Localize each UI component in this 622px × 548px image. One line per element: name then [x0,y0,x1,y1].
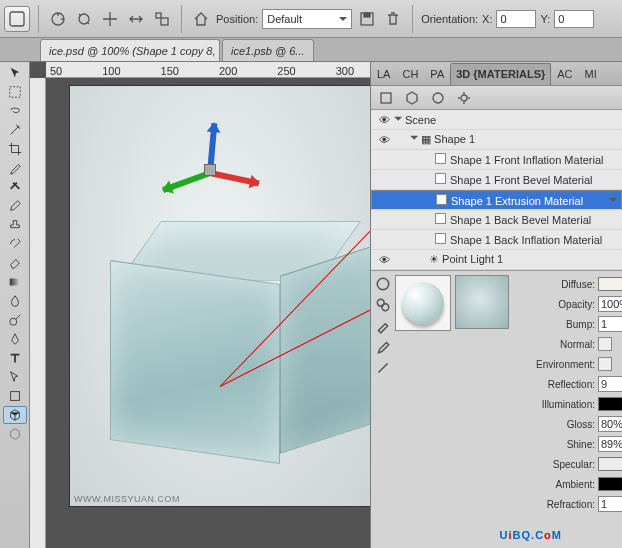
panel-tab-channels[interactable]: CH [396,63,424,85]
panel-tab-actions[interactable]: AC [551,63,578,85]
eye-icon[interactable]: 👁 [373,114,395,126]
specular-swatch[interactable] [598,457,622,471]
object-rotate-icon[interactable] [47,8,69,30]
orientation-y-field[interactable]: 0 [554,10,594,28]
shine-label: Shine: [517,439,595,450]
refraction-field[interactable]: 1 [598,496,622,512]
app-home-button[interactable] [4,6,30,32]
eye-icon[interactable]: 👁 [373,254,395,266]
gizmo-origin[interactable] [204,164,216,176]
blur-tool[interactable] [3,292,27,310]
marquee-tool[interactable] [3,83,27,101]
lasso-tool[interactable] [3,102,27,120]
home-icon[interactable] [190,8,212,30]
svg-rect-10 [9,279,20,286]
diffuse-swatch[interactable] [598,277,622,291]
svg-rect-4 [161,18,168,25]
scene-front-bevel[interactable]: Shape 1 Front Bevel Material [371,170,622,190]
eyedropper-tool[interactable] [3,159,27,177]
bump-field[interactable]: 1 [598,316,622,332]
panels: LA CH PA 3D {MATERIALS} AC MI 👁 Scene 👁 … [370,62,622,548]
panel-tab-paths[interactable]: PA [424,63,450,85]
delete-preset-icon[interactable] [382,8,404,30]
shine-field[interactable]: 89% [598,436,622,452]
save-preset-icon[interactable] [356,8,378,30]
scene-light[interactable]: 👁 ☀ Point Light 1 [371,250,622,270]
material-properties: Diffuse: Opacity:100%▸ Bump:1▸ Normal: E… [371,271,622,548]
paint-icon[interactable] [373,317,393,335]
move-tool[interactable] [3,64,27,82]
canvas[interactable]: WWW.MISSYUAN.COM [46,78,370,548]
environment-menu[interactable] [598,357,612,371]
scene-shape1[interactable]: 👁 ▦ Shape 1 [371,130,622,150]
reflection-field[interactable]: 9 [598,376,622,392]
reflection-label: Reflection: [517,379,595,390]
material-preview[interactable] [395,275,451,331]
object-pan-icon[interactable] [99,8,121,30]
position-select[interactable]: Default [262,9,352,29]
illumination-swatch[interactable] [598,397,622,411]
panel-tab-3d-materials[interactable]: 3D {MATERIALS} [450,63,551,85]
filter-scene-icon[interactable] [375,87,397,109]
gloss-field[interactable]: 80% [598,416,622,432]
object-slide-icon[interactable] [125,8,147,30]
type-tool[interactable] [3,349,27,367]
eyedrop-icon[interactable] [373,338,393,356]
ruler-vertical [30,78,46,548]
wand2-icon[interactable] [373,359,393,377]
object-scale-icon[interactable] [151,8,173,30]
scene-extrusion[interactable]: Shape 1 Extrusion Material [371,190,622,210]
ambient-swatch[interactable] [598,477,622,491]
svg-point-14 [433,93,443,103]
eraser-tool[interactable] [3,254,27,272]
heal-tool[interactable] [3,178,27,196]
svg-rect-3 [156,13,161,18]
y-label: Y: [540,13,550,25]
object-roll-icon[interactable] [73,8,95,30]
ice-cube-shape[interactable] [110,226,350,456]
brush-tool[interactable] [3,197,27,215]
stamp-tool[interactable] [3,216,27,234]
crop-tool[interactable] [3,140,27,158]
sphere-icon[interactable] [373,275,393,293]
filter-light-icon[interactable] [453,87,475,109]
panel-tab-layers[interactable]: LA [371,63,396,85]
prop-icons [373,275,393,544]
filter-mesh-icon[interactable] [401,87,423,109]
ruler-horizontal: 50100150200250300350400450500 [46,62,370,78]
panel-tab-mini[interactable]: MI [579,63,603,85]
gradient-tool[interactable] [3,273,27,291]
orientation-x-field[interactable]: 0 [496,10,536,28]
canvas-area: 50100150200250300350400450500 WWW.MISSY [30,62,370,548]
opacity-field[interactable]: 100% [598,296,622,312]
normal-menu[interactable] [598,337,612,351]
options-bar: Position: Default Orientation: X: 0 Y: 0 [0,0,622,38]
gizmo-x-axis[interactable] [209,170,259,186]
3d-tool[interactable] [3,406,27,424]
filter-material-icon[interactable] [427,87,449,109]
history-brush-tool[interactable] [3,235,27,253]
spheres-icon[interactable] [373,296,393,314]
position-label: Position: [216,13,258,25]
scene-back-bevel[interactable]: Shape 1 Back Bevel Material [371,210,622,230]
diffuse-label: Diffuse: [517,279,595,290]
3d-gizmo[interactable] [170,126,260,216]
shape-tool[interactable] [3,387,27,405]
svg-point-18 [382,304,389,311]
svg-rect-0 [10,12,24,26]
3d-camera-tool[interactable] [3,425,27,443]
wand-tool[interactable] [3,121,27,139]
svg-point-16 [377,278,388,289]
scene-back-inflation[interactable]: Shape 1 Back Inflation Material [371,230,622,250]
scene-root[interactable]: 👁 Scene [371,110,622,130]
pen-tool[interactable] [3,330,27,348]
document[interactable]: WWW.MISSYUAN.COM [70,86,370,506]
doc-tab-1[interactable]: ice.psd @ 100% (Shape 1 copy 8, RGB/8) *… [40,39,220,61]
scene-front-inflation[interactable]: Shape 1 Front Inflation Material [371,150,622,170]
scene-tree: 👁 Scene 👁 ▦ Shape 1 Shape 1 Front Inflat… [371,110,622,271]
path-tool[interactable] [3,368,27,386]
doc-tab-2[interactable]: ice1.psb @ 6... [222,39,314,61]
dodge-tool[interactable] [3,311,27,329]
eye-icon[interactable]: 👁 [373,134,395,146]
texture-thumb[interactable] [455,275,509,329]
